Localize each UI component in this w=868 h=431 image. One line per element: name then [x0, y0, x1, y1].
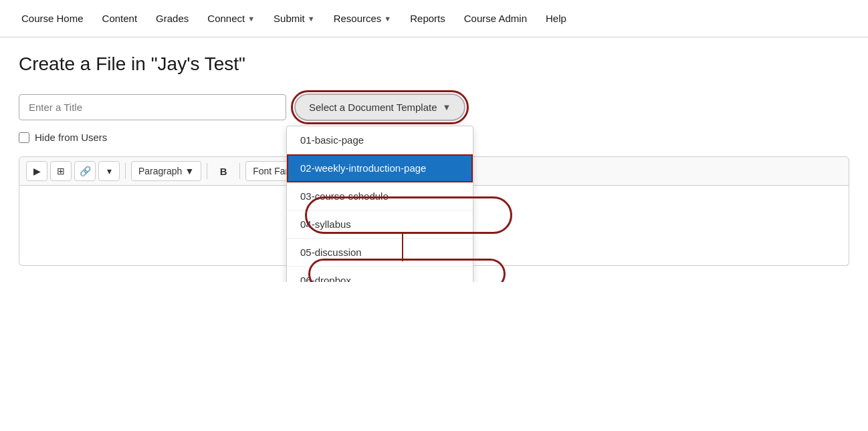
dropdown-item-2[interactable]: 03-course-schedule: [287, 182, 473, 210]
dropdown-item-4[interactable]: 05-discussion: [287, 239, 473, 267]
toolbar-separator-1: [125, 163, 126, 179]
nav-connect[interactable]: Connect ▼: [199, 7, 263, 29]
nav-course-admin[interactable]: Course Admin: [456, 7, 535, 29]
toolbar-image-button[interactable]: ⊞: [50, 161, 72, 181]
hide-checkbox[interactable]: [19, 132, 29, 143]
resources-chevron-icon: ▼: [384, 15, 391, 23]
toolbar-separator-2: [207, 163, 207, 179]
dropdown-item-0[interactable]: 01-basic-page: [287, 126, 473, 154]
toolbar-separator-3: [239, 163, 240, 179]
nav-resources[interactable]: Resources ▼: [326, 7, 400, 29]
nav-reports[interactable]: Reports: [402, 7, 453, 29]
hide-label: Hide from Users: [35, 132, 107, 143]
dropdown-item-5[interactable]: 06-dropbox: [287, 267, 473, 282]
nav-content[interactable]: Content: [94, 7, 146, 29]
nav-grades[interactable]: Grades: [148, 7, 197, 29]
navigation: Course Home Content Grades Connect ▼ Sub…: [0, 0, 868, 37]
page-content: Create a File in "Jay's Test" Select a D…: [0, 37, 868, 282]
template-button-label: Select a Document Template: [309, 102, 437, 113]
bold-button[interactable]: B: [213, 161, 234, 181]
paragraph-chevron-icon: ▼: [185, 166, 194, 176]
template-chevron-icon: ▼: [443, 102, 451, 112]
page-title: Create a File in "Jay's Test": [19, 53, 849, 75]
dropdown-item-3[interactable]: 04-syllabus: [287, 210, 473, 239]
toolbar-link-button[interactable]: 🔗: [74, 161, 96, 181]
connect-chevron-icon: ▼: [247, 15, 255, 23]
toolbar-media-button[interactable]: ▶: [26, 161, 47, 181]
toolbar-more-insert-button[interactable]: ▾: [98, 161, 120, 181]
dropdown-item-1[interactable]: 02-weekly-introduction-page: [287, 154, 473, 182]
nav-help[interactable]: Help: [538, 7, 574, 29]
template-dropdown-button[interactable]: Select a Document Template ▼: [294, 94, 465, 121]
nav-submit[interactable]: Submit ▼: [265, 7, 323, 29]
title-input[interactable]: [19, 94, 286, 120]
submit-chevron-icon: ▼: [308, 15, 315, 23]
nav-course-home[interactable]: Course Home: [13, 7, 92, 29]
paragraph-select[interactable]: Paragraph ▼: [131, 161, 201, 181]
form-row: Select a Document Template ▼ 01-basic-pa…: [19, 94, 849, 121]
template-dropdown: 01-basic-page02-weekly-introduction-page…: [286, 126, 473, 282]
